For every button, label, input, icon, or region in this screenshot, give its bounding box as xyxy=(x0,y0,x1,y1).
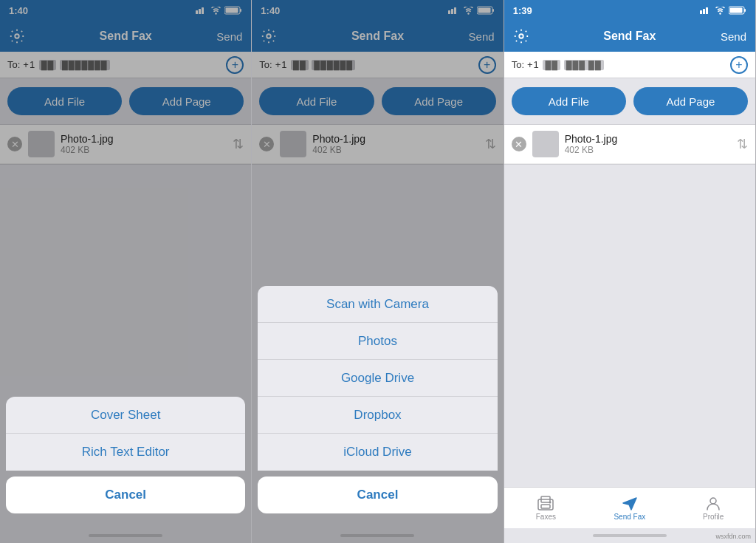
tab-faxes-label: Faxes xyxy=(536,513,556,521)
cover-sheet-option[interactable]: Cover Sheet xyxy=(6,397,245,434)
add-file-button-3[interactable]: Add File xyxy=(512,87,626,115)
send-fax-icon xyxy=(620,495,639,511)
tab-send-fax[interactable]: Send Fax xyxy=(588,495,671,521)
nav-left-3 xyxy=(513,28,543,44)
svg-rect-16 xyxy=(700,10,702,14)
sheet-group-2: Scan with Camera Photos Google Drive Dro… xyxy=(258,286,497,471)
scan-with-camera-option[interactable]: Scan with Camera xyxy=(258,286,497,323)
icloud-drive-option[interactable]: iCloud Drive xyxy=(258,434,497,471)
svg-point-19 xyxy=(719,13,721,14)
action-buttons-3: Add File Add Page xyxy=(504,78,755,124)
file-reorder-3[interactable]: ⇅ xyxy=(737,136,748,152)
tab-bar-3: Faxes Send Fax Profile xyxy=(504,487,755,528)
rich-text-editor-option[interactable]: Rich Text Editor xyxy=(6,434,245,471)
file-remove-3[interactable]: ✕ xyxy=(512,137,526,151)
bottom-sheet-1: Cover Sheet Rich Text Editor Cancel xyxy=(0,397,251,543)
svg-rect-18 xyxy=(706,7,708,14)
wifi-icon-3 xyxy=(715,7,726,15)
to-number-3: +1 ██ ███ ██ xyxy=(527,59,730,70)
faxes-icon xyxy=(536,495,555,511)
nav-title-3: Send Fax xyxy=(543,30,717,43)
tab-profile[interactable]: Profile xyxy=(672,495,755,521)
profile-icon xyxy=(704,495,723,511)
home-indicator-2 xyxy=(252,528,503,543)
svg-rect-26 xyxy=(541,505,550,508)
svg-rect-21 xyxy=(744,9,746,12)
sheet-group-1: Cover Sheet Rich Text Editor xyxy=(6,397,245,471)
to-label-3: To: xyxy=(512,59,524,70)
svg-point-23 xyxy=(519,34,523,38)
home-bar-1 xyxy=(89,534,162,537)
svg-point-28 xyxy=(710,498,716,504)
file-name-3: Photo-1.jpg xyxy=(565,133,731,145)
tab-send-fax-label: Send Fax xyxy=(614,513,645,521)
svg-rect-17 xyxy=(703,9,705,14)
tab-profile-label: Profile xyxy=(703,513,724,521)
cancel-button-2[interactable]: Cancel xyxy=(258,477,497,513)
phone-panel-3: 1:39 Send Fax Send To: +1 ██ ███ ██ + Ad… xyxy=(504,0,756,543)
home-indicator-1 xyxy=(0,528,251,543)
file-thumbnail-3 xyxy=(532,131,559,157)
time-3: 1:39 xyxy=(513,5,532,16)
google-drive-option[interactable]: Google Drive xyxy=(258,360,497,397)
home-bar-3 xyxy=(593,534,667,537)
nav-right-3[interactable]: Send xyxy=(717,30,746,43)
content-area-3 xyxy=(504,165,755,487)
svg-point-27 xyxy=(549,502,551,504)
signal-icon-3 xyxy=(700,7,712,14)
battery-icon-3 xyxy=(729,6,746,15)
nav-bar-3: Send Fax Send xyxy=(504,21,755,52)
add-recipient-button-3[interactable]: + xyxy=(730,56,748,74)
status-bar-3: 1:39 xyxy=(504,0,755,21)
file-item-3: ✕ Photo-1.jpg 402 KB ⇅ xyxy=(504,125,755,164)
status-icons-3 xyxy=(700,6,746,15)
to-field-3: To: +1 ██ ███ ██ + xyxy=(504,52,755,78)
file-list-3: ✕ Photo-1.jpg 402 KB ⇅ xyxy=(504,124,755,165)
photos-option[interactable]: Photos xyxy=(258,323,497,360)
watermark: wsxfdn.com xyxy=(715,533,751,540)
phone-panel-2: 1:40 Send Fax Send To: +1 ██ ██████ + Ad… xyxy=(252,0,504,543)
svg-rect-22 xyxy=(729,8,742,13)
dropbox-option[interactable]: Dropbox xyxy=(258,397,497,434)
file-size-3: 402 KB xyxy=(565,145,731,155)
bottom-sheet-2: Scan with Camera Photos Google Drive Dro… xyxy=(252,286,503,543)
settings-icon-3[interactable] xyxy=(513,28,529,44)
phone-panel-1: 1:40 Send Fax Send To: +1 ██ ███████ + A… xyxy=(0,0,252,543)
cancel-button-1[interactable]: Cancel xyxy=(6,477,245,513)
file-info-3: Photo-1.jpg 402 KB xyxy=(565,133,731,155)
send-button-3[interactable]: Send xyxy=(721,30,746,43)
add-page-button-3[interactable]: Add Page xyxy=(633,87,748,115)
tab-faxes[interactable]: Faxes xyxy=(504,495,588,521)
home-bar-2 xyxy=(340,534,414,537)
